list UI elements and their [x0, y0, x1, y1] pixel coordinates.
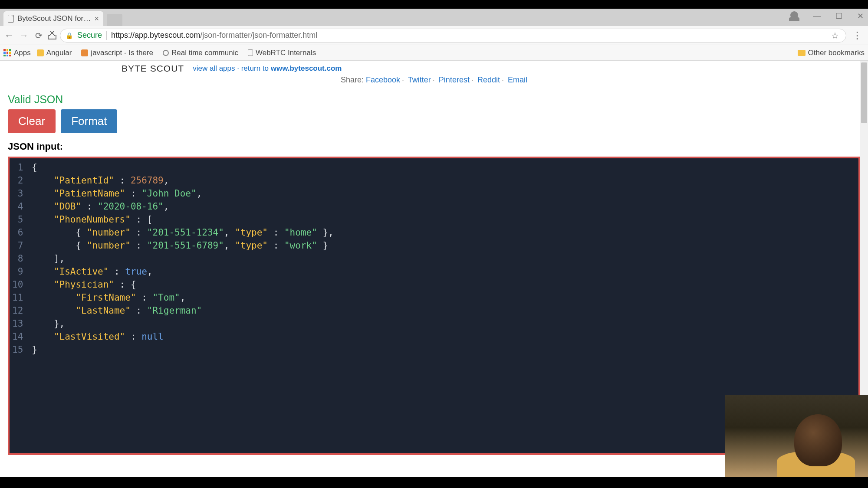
favicon-icon [163, 50, 169, 56]
page-icon [8, 15, 14, 23]
bookmark-star-icon[interactable]: ☆ [831, 30, 839, 41]
window-controls: — ☐ ✕ [790, 11, 864, 21]
url-box[interactable]: 🔒 Secure https://app.bytescout.com/json-… [60, 29, 846, 43]
folder-icon [798, 50, 806, 56]
brand-logo: BYTE SCOUT [122, 63, 184, 74]
tab-strip: ByteScout JSON formatt × — ☐ ✕ [0, 9, 868, 26]
tab-title: ByteScout JSON formatt [17, 14, 91, 23]
url-text: https://app.bytescout.com/json-formatter… [111, 31, 827, 40]
bookmark-item[interactable]: Angular [33, 47, 76, 59]
site-header: BYTE SCOUT view all apps · return to www… [0, 61, 868, 75]
validation-status: Valid JSON [0, 90, 868, 109]
letterbox-bottom [0, 477, 868, 488]
bookmarks-bar: Apps Angular javascript - Is there Real … [0, 45, 868, 61]
folder-icon [37, 49, 44, 56]
back-button[interactable]: ← [3, 30, 15, 41]
line-gutter: 123456789101112131415 [10, 158, 27, 453]
json-input-label: JSON input: [0, 141, 868, 157]
reload-button[interactable]: ⟳ [33, 30, 44, 41]
menu-icon[interactable]: ⋮ [850, 30, 865, 41]
other-bookmarks[interactable]: Other bookmarks [798, 49, 865, 57]
apps-label[interactable]: Apps [14, 49, 31, 57]
browser-tab[interactable]: ByteScout JSON formatt × [3, 11, 103, 26]
button-row: Clear Format [0, 109, 868, 141]
share-link[interactable]: Twitter [408, 75, 431, 84]
close-window-icon[interactable]: ✕ [857, 11, 864, 21]
minimize-icon[interactable]: — [813, 11, 821, 21]
bookmark-item[interactable]: WebRTC Internals [244, 47, 319, 59]
address-bar: ← → ⟳ 🔒 Secure https://app.bytescout.com… [0, 26, 868, 45]
favicon-icon [81, 49, 88, 56]
letterbox-top [0, 0, 868, 9]
profile-icon[interactable] [790, 11, 798, 19]
webcam-overlay [725, 395, 868, 477]
share-bar: Share: Facebook· Twitter· Pinterest· Red… [0, 75, 868, 90]
code-area[interactable]: { "PatientId" : 256789, "PatientName" : … [27, 158, 338, 453]
secure-label: Secure [77, 31, 102, 40]
forward-button[interactable]: → [18, 30, 30, 41]
scroll-thumb[interactable] [861, 62, 867, 123]
bookmark-item[interactable]: javascript - Is there [78, 47, 157, 59]
maximize-icon[interactable]: ☐ [835, 11, 842, 21]
bookmark-item[interactable]: Real time communic [159, 47, 242, 59]
share-link[interactable]: Reddit [477, 75, 500, 84]
apps-icon[interactable] [3, 49, 11, 57]
share-link[interactable]: Facebook [366, 75, 400, 84]
lock-icon: 🔒 [66, 32, 73, 39]
home-icon[interactable] [48, 32, 56, 39]
favicon-icon [248, 49, 253, 56]
new-tab-button[interactable] [107, 14, 122, 26]
format-button[interactable]: Format [61, 109, 117, 133]
share-link[interactable]: Email [508, 75, 527, 84]
divider [106, 31, 107, 40]
share-link[interactable]: Pinterest [439, 75, 470, 84]
header-link[interactable]: view all apps · return to www.bytescout.… [193, 64, 342, 73]
clear-button[interactable]: Clear [8, 109, 56, 133]
close-icon[interactable]: × [94, 14, 99, 23]
share-label: Share: [341, 75, 364, 84]
